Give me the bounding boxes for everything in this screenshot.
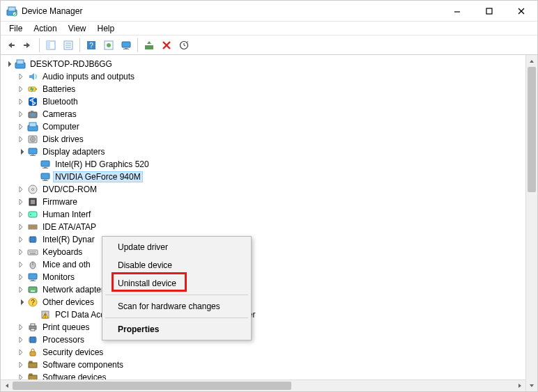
menu-file[interactable]: File xyxy=(3,22,28,35)
tree-expander-icon[interactable] xyxy=(16,84,26,94)
tree-category-label[interactable]: Batteries xyxy=(41,84,77,94)
tree-category[interactable]: Network adapters xyxy=(3,283,525,296)
scroll-thumb[interactable] xyxy=(528,67,536,192)
tree-category[interactable]: Disk drives xyxy=(3,133,525,146)
tree-expander-icon[interactable] xyxy=(3,59,13,69)
tree-expander-icon[interactable] xyxy=(16,147,26,157)
scroll-left-button[interactable] xyxy=(1,380,13,391)
tree-category[interactable]: Audio inputs and outputs xyxy=(3,70,525,83)
tree-expander-icon[interactable] xyxy=(16,347,26,357)
tree-category-label[interactable]: Processors xyxy=(41,335,86,345)
tree-expander-icon[interactable] xyxy=(16,322,26,332)
toolbar-properties-button[interactable] xyxy=(60,38,77,53)
toolbar-back-button[interactable] xyxy=(2,38,19,53)
tree-category-label[interactable]: Other devices xyxy=(41,297,95,307)
tree-expander-icon[interactable] xyxy=(16,247,26,257)
tree-category[interactable]: Security devices xyxy=(3,346,525,359)
context-menu-item[interactable]: Update driver xyxy=(104,238,249,256)
context-menu-item[interactable]: Uninstall device xyxy=(104,274,249,292)
tree-expander-icon[interactable] xyxy=(16,222,26,232)
scroll-up-button[interactable] xyxy=(526,55,537,67)
tree-expander-icon[interactable] xyxy=(16,272,26,282)
tree-expander-icon[interactable] xyxy=(16,335,26,345)
tree-category[interactable]: DVD/CD-ROM xyxy=(3,183,525,196)
tree-category[interactable]: Keyboards xyxy=(3,246,525,258)
tree-category-label[interactable]: Print queues xyxy=(41,322,91,332)
tree-category-label[interactable]: Firmware xyxy=(41,197,79,207)
vertical-scrollbar[interactable] xyxy=(525,55,537,391)
menu-action[interactable]: Action xyxy=(28,22,62,35)
tree-expander-icon[interactable] xyxy=(16,235,26,244)
context-menu-item[interactable]: Properties xyxy=(104,320,249,338)
tree-category[interactable]: Cameras xyxy=(3,108,525,120)
minimize-button[interactable] xyxy=(441,1,473,22)
close-button[interactable] xyxy=(505,1,537,22)
tree-category[interactable]: Bluetooth xyxy=(3,95,525,108)
toolbar-help-button[interactable]: ? xyxy=(83,38,100,53)
scroll-down-button[interactable] xyxy=(526,379,537,391)
tree-category-label[interactable]: Security devices xyxy=(41,347,105,357)
tree-category[interactable]: Intel(R) Dynar xyxy=(3,233,525,246)
maximize-button[interactable] xyxy=(473,1,505,22)
scroll-track[interactable] xyxy=(526,67,537,379)
tree-expander-icon[interactable] xyxy=(16,260,26,269)
menu-view[interactable]: View xyxy=(63,22,92,35)
tree-category-label[interactable]: Keyboards xyxy=(41,247,84,257)
tree-category[interactable]: Computer xyxy=(3,120,525,133)
tree-category[interactable]: Software components xyxy=(3,359,525,371)
toolbar-display-button[interactable] xyxy=(118,38,134,53)
tree-device[interactable]: Intel(R) HD Graphics 520 xyxy=(3,158,525,171)
tree-category[interactable]: Batteries xyxy=(3,83,525,95)
tree-category-label[interactable]: Monitors xyxy=(41,272,76,282)
tree-category-label[interactable]: Computer xyxy=(41,122,81,132)
tree-expander-icon[interactable] xyxy=(16,97,26,107)
toolbar-forward-button[interactable] xyxy=(20,38,36,53)
tree-category-label[interactable]: IDE ATA/ATAP xyxy=(41,222,98,232)
tree-category-label[interactable]: Human Interf xyxy=(41,210,92,219)
tree-category[interactable]: Other devices xyxy=(3,296,525,308)
toolbar-update-driver-button[interactable] xyxy=(141,38,157,53)
tree-category-label[interactable]: Software components xyxy=(41,360,125,370)
tree-device[interactable]: PCI Data Acquisition and Signal Processi… xyxy=(3,308,525,321)
toolbar-action-button[interactable] xyxy=(100,38,117,53)
toolbar-scan-button[interactable] xyxy=(176,38,192,53)
tree-category-label[interactable]: Display adapters xyxy=(41,147,106,157)
tree-category[interactable]: Print queues xyxy=(3,321,525,334)
tree-category-label[interactable]: Network adapters xyxy=(41,285,109,295)
tree-category[interactable]: Firmware xyxy=(3,196,525,208)
tree-expander-icon[interactable] xyxy=(16,197,26,207)
tree-category[interactable]: Monitors xyxy=(3,271,525,283)
tree-device[interactable]: NVIDIA GeForce 940M xyxy=(3,171,525,183)
tree-root[interactable]: DESKTOP-RDJB6GG xyxy=(3,58,525,70)
tree-expander-icon[interactable] xyxy=(16,72,26,81)
tree-category-label[interactable]: DVD/CD-ROM xyxy=(41,185,98,194)
tree-category[interactable]: Human Interf xyxy=(3,208,525,221)
tree-device-label[interactable]: Intel(R) HD Graphics 520 xyxy=(54,159,151,169)
tree-expander-icon[interactable] xyxy=(16,285,26,295)
tree-expander-icon[interactable] xyxy=(16,122,26,132)
tree-category-label[interactable]: Cameras xyxy=(41,109,78,119)
toolbar-show-hide-tree-button[interactable] xyxy=(43,38,59,53)
context-menu-item[interactable]: Scan for hardware changes xyxy=(104,297,249,315)
hscroll-track[interactable] xyxy=(13,380,514,391)
horizontal-scrollbar[interactable] xyxy=(1,379,525,391)
tree-category[interactable]: Processors xyxy=(3,334,525,346)
tree-category-label[interactable]: Disk drives xyxy=(41,134,85,144)
tree-expander-icon[interactable] xyxy=(16,360,26,370)
tree-root-label[interactable]: DESKTOP-RDJB6GG xyxy=(29,59,114,69)
tree-expander-icon[interactable] xyxy=(16,109,26,119)
tree-device-label[interactable]: NVIDIA GeForce 940M xyxy=(54,172,142,182)
tree-category[interactable]: Display adapters xyxy=(3,146,525,158)
toolbar-uninstall-button[interactable] xyxy=(158,38,175,53)
tree-category[interactable]: Mice and oth xyxy=(3,258,525,271)
tree-category-label[interactable]: Audio inputs and outputs xyxy=(41,72,136,81)
context-menu-item[interactable]: Disable device xyxy=(104,256,249,274)
tree-expander-icon[interactable] xyxy=(16,185,26,194)
scroll-right-button[interactable] xyxy=(514,380,525,391)
tree-expander-icon[interactable] xyxy=(16,297,26,307)
tree-category-label[interactable]: Mice and oth xyxy=(41,260,92,269)
tree-expander-icon[interactable] xyxy=(16,134,26,144)
hscroll-thumb[interactable] xyxy=(13,382,291,390)
tree-category[interactable]: IDE ATA/ATAP xyxy=(3,221,525,233)
menu-help[interactable]: Help xyxy=(92,22,121,35)
